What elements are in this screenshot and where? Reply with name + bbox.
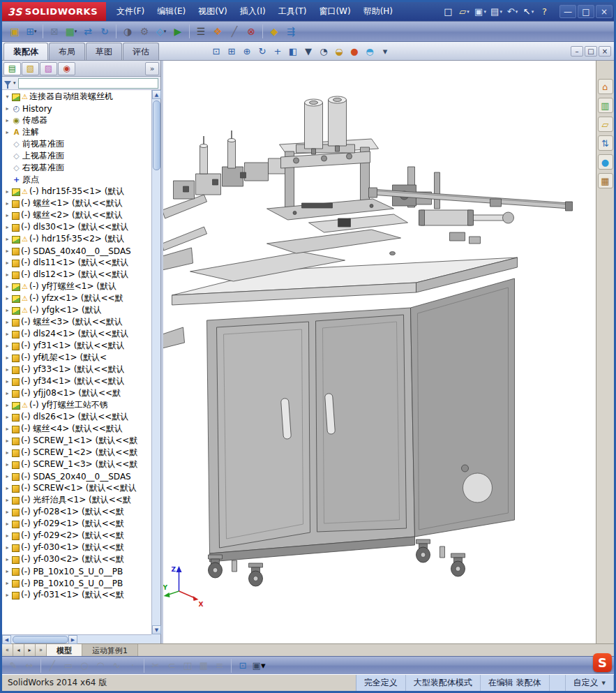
zoom-fit-button[interactable]: ⊡ (209, 44, 224, 58)
reference-geometry-button[interactable]: ◇ ▾ (153, 23, 170, 40)
tree-item[interactable]: ▸ (-) yf31<1> (默认<<默认 (2, 340, 151, 352)
expand-arrow-icon[interactable]: ▸ (4, 497, 10, 503)
design-library-button[interactable]: ▥ (598, 98, 613, 113)
expand-arrow-icon[interactable]: ▸ (4, 366, 10, 373)
scroll-down-button[interactable]: ▼ (152, 625, 161, 634)
sogou-input-logo[interactable]: S (593, 653, 612, 672)
appearances-button[interactable]: ● (598, 154, 613, 170)
expand-arrow-icon[interactable]: ▸ (4, 117, 10, 124)
scrollbar-thumb[interactable] (13, 636, 68, 643)
line-tool-button[interactable]: ╱ (45, 658, 60, 673)
tabs-scroll-first-button[interactable]: « (2, 644, 13, 656)
filter-dropdown-icon[interactable]: ▾ (13, 80, 16, 86)
tree-filter-input[interactable] (18, 78, 158, 89)
edit-appearance-button[interactable]: ● (347, 44, 362, 58)
expand-arrow-icon[interactable]: ▸ (4, 271, 10, 278)
menu-item[interactable]: 编辑(E) (151, 3, 192, 20)
linear-sketch-pattern-button[interactable]: ▦ (196, 658, 211, 673)
command-tab[interactable]: 装配体 (3, 43, 48, 60)
tree-item[interactable]: ▸ History (2, 103, 151, 114)
command-tab[interactable]: 草图 (86, 43, 122, 60)
tree-item[interactable]: ▸ ⚠ (-) yf打螺丝工站不锈 (2, 399, 151, 411)
tree-item[interactable]: ▸ (-) dls12<1> (默认<<默认 (2, 269, 151, 281)
tree-item[interactable]: ▸ 传感器 (2, 114, 151, 126)
study-tab[interactable]: 模型 (47, 644, 82, 656)
graphics-viewport[interactable]: Z X Y (163, 61, 596, 643)
expand-arrow-icon[interactable]: ▸ (4, 295, 10, 301)
tree-item[interactable]: ▸ (-) yf机架<1> (默认< (2, 352, 151, 364)
exploded-view-button[interactable]: ❖ (209, 23, 226, 40)
expand-arrow-icon[interactable]: ▸ (4, 556, 10, 562)
expand-arrow-icon[interactable]: ▸ (4, 307, 10, 313)
new-document-button[interactable]: □ (440, 4, 456, 19)
expand-arrow-icon[interactable]: ▸ (4, 461, 10, 468)
tree-item[interactable]: ▸ (-) 螺丝<3> (默认<<默认 (2, 316, 151, 328)
view-settings-button[interactable]: ▾ (377, 44, 393, 58)
linear-component-pattern-button[interactable]: ▦ ▾ (63, 23, 80, 40)
undo-button[interactable]: ↶ ▾ (504, 4, 520, 19)
menu-item[interactable]: 插入(I) (234, 3, 272, 20)
expand-arrow-icon[interactable]: ▸ (4, 355, 10, 361)
show-hidden-components-button[interactable]: ◑ (119, 23, 136, 40)
expand-arrow-icon[interactable]: ▸ (4, 473, 10, 479)
interference-detection-button[interactable]: ⊗ (243, 23, 260, 40)
tree-item[interactable]: ▸ (-) dls11<1> (默认<<默认 (2, 257, 151, 269)
expand-arrow-icon[interactable]: ▸ (4, 485, 10, 491)
rotate-view-button[interactable]: ↻ (255, 44, 270, 58)
tree-item[interactable]: 右视基准面 (2, 162, 151, 174)
rotate-component-button[interactable]: ↻ (96, 23, 113, 40)
zoom-in-out-button[interactable]: ⊕ (239, 44, 255, 58)
instant3d-button[interactable]: ◆ (266, 23, 283, 40)
tree-item[interactable]: ▸ (-) SDAS_20x40__0__SDAS (2, 470, 151, 482)
point-tool-button[interactable]: · (125, 658, 140, 673)
expand-arrow-icon[interactable]: ▸ (4, 580, 10, 586)
expand-arrow-icon[interactable]: ▾ (4, 94, 10, 100)
tree-item[interactable]: ▸ (-) SCREW_1<1> (默认<<默 (2, 435, 151, 447)
view-palette-button[interactable]: ⇅ (598, 135, 613, 151)
tree-item[interactable]: ▸ (-) yf-031<1> (默认<<默 (2, 589, 151, 601)
maximize-button[interactable]: □ (578, 5, 594, 18)
menu-item[interactable]: 文件(F) (110, 3, 151, 20)
custom-properties-button[interactable]: ▦ (598, 173, 613, 188)
tree-item[interactable]: ▸ (-) SCREW_1<3> (默认<<默 (2, 459, 151, 470)
open-document-button[interactable]: ▱ ▾ (456, 4, 472, 19)
minimize-button[interactable]: — (559, 5, 576, 18)
tree-item[interactable]: ▸ ⚠ (-) yfgk<1> (默认 (2, 304, 151, 316)
pan-button[interactable]: + (270, 44, 285, 58)
tree-item[interactable]: ▸ ⚠ (-) hdr15f-35<2> (默认 (2, 233, 151, 245)
command-tab[interactable]: 布局 (49, 43, 85, 60)
expand-arrow-icon[interactable]: ▸ (4, 426, 10, 432)
expand-arrow-icon[interactable]: ▸ (4, 331, 10, 337)
section-view-button[interactable]: ◧ (285, 44, 301, 58)
insert-components-button[interactable]: ▣ (6, 23, 23, 40)
doc-minimize-button[interactable]: – (571, 46, 583, 57)
bill-of-materials-button[interactable]: ☰ (193, 23, 209, 40)
expand-arrow-icon[interactable]: ▸ (4, 236, 10, 242)
tree-item[interactable]: ▸ ⚠ (-) hdr15f-35<1> (默认 (2, 186, 151, 198)
file-explorer-button[interactable]: ▱ (598, 117, 613, 132)
expand-arrow-icon[interactable]: ▸ (4, 521, 10, 527)
propertymanager-tab[interactable]: ▧ (22, 62, 39, 75)
expand-arrow-icon[interactable]: ▸ (4, 224, 10, 230)
help-button[interactable]: ? (536, 4, 553, 19)
tree-item[interactable]: ▸ (-) dls24<1> (默认<<默认 (2, 328, 151, 340)
tree-item[interactable]: ▸ ⚠ (-) yfzx<1> (默认<<默 (2, 292, 151, 304)
print-button[interactable]: ▤ ▾ (488, 4, 504, 19)
configurationmanager-tab[interactable]: ▨ (40, 62, 57, 75)
menu-item[interactable]: 窗口(W) (313, 3, 356, 20)
select-tool-button[interactable]: ↖ ▾ (520, 4, 536, 19)
tree-item[interactable]: ▸ (-) dls30<1> (默认<<默认 (2, 221, 151, 233)
solidworks-resources-button[interactable]: ⌂ (598, 79, 613, 94)
rectangle-tool-button[interactable]: ▭ (61, 658, 76, 673)
tree-item[interactable]: ▸ (-) 螺丝<4> (默认<<默认 (2, 423, 151, 435)
featuremanager-tab[interactable]: ▤ (3, 62, 21, 75)
tree-item[interactable]: ▸ (-) yf-028<1> (默认<<默 (2, 506, 151, 518)
scroll-left-button[interactable]: ◀ (2, 635, 11, 644)
spline-tool-button[interactable]: ∿ (109, 658, 124, 673)
close-button[interactable]: × (596, 5, 613, 18)
expand-arrow-icon[interactable]: ▸ (4, 414, 10, 420)
tree-item[interactable]: ▸ (-) yf-029<2> (默认<<默 (2, 530, 151, 542)
tree-item[interactable]: ▸ (-) SCREW_1<2> (默认<<默 (2, 447, 151, 459)
tree-item[interactable]: 前视基准面 (2, 138, 151, 150)
scroll-right-button[interactable]: ▶ (68, 635, 77, 644)
